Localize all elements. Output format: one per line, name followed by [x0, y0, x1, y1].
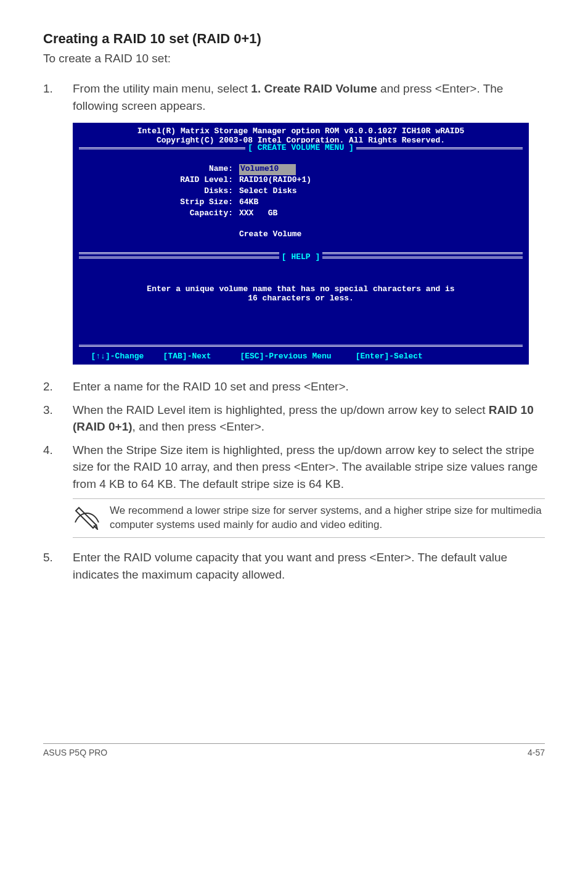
- step-text: , and then press <Enter>.: [133, 420, 264, 433]
- step-1: 1. From the utility main menu, select 1.…: [43, 80, 545, 114]
- bios-create-volume-action: Create Volume: [79, 229, 523, 239]
- footer-right: 4-57: [528, 748, 545, 757]
- step-bold: 1. Create RAID Volume: [251, 82, 377, 95]
- bios-panel-title: [ CREATE VOLUME MENU ]: [245, 143, 356, 152]
- step-number: 3.: [43, 402, 73, 435]
- bios-help-title: [ HELP ]: [279, 252, 322, 262]
- field-label-capacity: Capacity:: [79, 208, 239, 220]
- page-footer: ASUS P5Q PRO 4-57: [43, 743, 545, 757]
- step-number: 4.: [43, 442, 73, 493]
- bios-screen: Intel(R) Matrix Storage Manager option R…: [73, 123, 529, 365]
- step-number: 1.: [43, 80, 73, 114]
- section-title: Creating a RAID 10 set (RAID 0+1): [43, 31, 545, 47]
- step-number: 2.: [43, 378, 73, 395]
- pencil-note-icon: [73, 504, 110, 530]
- step-text: When the RAID Level item is highlighted,…: [73, 403, 489, 416]
- step-text: When the Stripe Size item is highlighted…: [73, 442, 545, 493]
- field-label-disks: Disks:: [79, 186, 239, 197]
- step-3: 3. When the RAID Level item is highlight…: [43, 402, 545, 435]
- section-intro: To create a RAID 10 set:: [43, 52, 545, 65]
- note-block: We recommend a lower stripe size for ser…: [73, 498, 545, 538]
- field-value-disks: Select Disks: [239, 186, 297, 197]
- field-value-name[interactable]: Volume10: [239, 164, 296, 175]
- field-value-strip-size: 64KB: [239, 197, 258, 208]
- bios-help-text: Enter a unique volume name that has no s…: [85, 284, 517, 294]
- bios-title-line-1: Intel(R) Matrix Storage Manager option R…: [73, 126, 529, 136]
- step-4: 4. When the Stripe Size item is highligh…: [43, 442, 545, 493]
- step-text: From the utility main menu, select: [73, 82, 251, 95]
- step-text: Enter a name for the RAID 10 set and pre…: [73, 378, 545, 395]
- bios-help-text: 16 characters or less.: [85, 294, 517, 303]
- field-label-raid-level: RAID Level:: [79, 175, 239, 186]
- footer-left: ASUS P5Q PRO: [43, 748, 107, 757]
- bios-help-panel: [ HELP ] Enter a unique volume name that…: [79, 257, 523, 347]
- step-number: 5.: [43, 549, 73, 583]
- field-label-strip-size: Strip Size:: [79, 197, 239, 208]
- step-2: 2. Enter a name for the RAID 10 set and …: [43, 378, 545, 395]
- field-value-capacity: XXX GB: [239, 208, 277, 220]
- step-5: 5. Enter the RAID volume capacity that y…: [43, 549, 545, 583]
- bios-create-volume-panel: [ CREATE VOLUME MENU ] Name: Volume10 RA…: [79, 147, 523, 254]
- bios-key-hints: [↑↓]-Change [TAB]-Next [ESC]-Previous Me…: [73, 350, 529, 365]
- field-value-raid-level: RAID10(RAID0+1): [239, 175, 311, 186]
- note-text: We recommend a lower stripe size for ser…: [110, 504, 545, 532]
- field-label-name: Name:: [79, 164, 239, 175]
- step-text: Enter the RAID volume capacity that you …: [73, 549, 545, 583]
